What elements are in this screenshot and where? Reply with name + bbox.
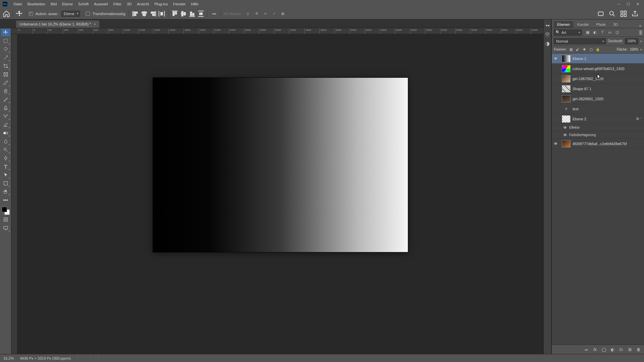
- fx-item-row[interactable]: 👁Farbüberlagerung: [552, 131, 644, 139]
- filter-smart-icon[interactable]: ◫: [615, 30, 620, 35]
- visibility-toggle[interactable]: 👁: [552, 56, 560, 61]
- window-minimize[interactable]: ─: [616, 2, 621, 6]
- lock-all-icon[interactable]: 🔒: [595, 48, 600, 51]
- distribute-h-icon[interactable]: [158, 10, 165, 17]
- lock-artboard-icon[interactable]: ▢: [589, 48, 593, 51]
- tab-ebenen[interactable]: Ebenen: [554, 21, 573, 28]
- align-hcenter-icon[interactable]: [141, 10, 148, 17]
- menu-hilfe[interactable]: Hilfe: [188, 0, 201, 8]
- layer-row[interactable]: colour-wheel-g69f76d013_1920: [552, 64, 644, 74]
- align-right-icon[interactable]: [149, 10, 157, 17]
- dodge-tool[interactable]: [1, 146, 10, 154]
- visibility-toggle[interactable]: 👁: [552, 141, 560, 146]
- eyedropper-tool[interactable]: [1, 79, 10, 86]
- cloud-docs-icon[interactable]: [597, 10, 604, 17]
- menu-filter[interactable]: Filter: [111, 0, 124, 8]
- layer-name[interactable]: girl-3626901_1920: [573, 97, 642, 101]
- filter-toggle[interactable]: [639, 30, 642, 35]
- layer-name[interactable]: Ebene 1: [573, 57, 642, 61]
- filter-shape-icon[interactable]: ▭: [607, 30, 612, 35]
- fx-heading-row[interactable]: 👁Effekte: [552, 124, 644, 131]
- eraser-tool[interactable]: [1, 121, 10, 128]
- status-next-icon[interactable]: 〉: [98, 356, 101, 361]
- new-group-icon[interactable]: 🗀: [619, 347, 624, 352]
- lock-pixels-icon[interactable]: 🖌: [575, 48, 580, 51]
- layer-row[interactable]: girl-3626901_1920: [552, 94, 644, 104]
- distribute-v-icon[interactable]: [197, 10, 205, 17]
- layer-name[interactable]: text: [573, 107, 642, 111]
- layer-thumbnail[interactable]: [562, 85, 571, 93]
- layer-name[interactable]: colour-wheel-g69f76d013_1920: [573, 67, 642, 71]
- stamp-tool[interactable]: [1, 104, 10, 112]
- layer-thumbnail[interactable]: [562, 140, 571, 147]
- layer-thumbnail[interactable]: [562, 75, 571, 82]
- layers-panel-icon[interactable]: [544, 32, 550, 38]
- share-icon[interactable]: [631, 10, 639, 17]
- layer-name[interactable]: Ebene 2: [573, 117, 635, 121]
- path-select-tool[interactable]: [1, 171, 10, 179]
- transform-controls-checkbox[interactable]: [86, 12, 90, 16]
- status-prev-icon[interactable]: 〈: [88, 356, 92, 361]
- blur-tool[interactable]: [1, 138, 10, 145]
- history-brush-tool[interactable]: [1, 113, 10, 120]
- delete-layer-icon[interactable]: 🗑: [636, 347, 641, 352]
- layer-name[interactable]: Shape 87 1: [573, 87, 642, 91]
- workspace-icon[interactable]: [620, 10, 627, 17]
- align-bottom-icon[interactable]: [189, 10, 196, 17]
- filter-pixel-icon[interactable]: ▦: [585, 30, 590, 35]
- menu-schrift[interactable]: Schrift: [75, 0, 91, 8]
- layer-row[interactable]: Shape 87 1: [552, 84, 644, 94]
- layer-name[interactable]: girl-1867092_1920: [573, 77, 642, 81]
- blend-mode-dropdown[interactable]: Normal: [554, 38, 606, 44]
- type-tool[interactable]: [1, 163, 10, 170]
- layer-mask-icon[interactable]: ◯: [601, 347, 606, 352]
- auto-select-mode-dropdown[interactable]: Ebene: [61, 11, 80, 17]
- link-layers-icon[interactable]: ⫘: [584, 347, 589, 352]
- heal-tool[interactable]: [1, 87, 10, 95]
- wand-tool[interactable]: [1, 54, 10, 61]
- close-tab-icon[interactable]: ×: [94, 22, 96, 26]
- crop-tool[interactable]: [1, 62, 10, 70]
- layer-row[interactable]: girl-1867092_1920: [552, 74, 644, 84]
- lock-transparency-icon[interactable]: ▨: [569, 48, 573, 51]
- menu-3d[interactable]: 3D: [124, 0, 134, 8]
- hand-tool[interactable]: [1, 188, 10, 195]
- brush-tool[interactable]: [1, 96, 10, 103]
- shape-tool[interactable]: [1, 180, 10, 187]
- menu-fenster[interactable]: Fenster: [170, 0, 188, 8]
- layer-thumbnail[interactable]: [562, 65, 571, 72]
- panel-menu-icon[interactable]: ≡: [637, 24, 644, 28]
- auto-select-checkbox[interactable]: [29, 12, 33, 16]
- layer-row[interactable]: 👁4559f777db5af...c2efe8428e675f: [552, 139, 644, 149]
- layer-row[interactable]: 👁Ebene 1: [552, 54, 644, 64]
- layer-row[interactable]: Ebene 2fx˅: [552, 114, 644, 124]
- window-close[interactable]: ✕: [635, 2, 640, 6]
- marquee-tool[interactable]: [1, 37, 10, 45]
- menu-plugins[interactable]: Plug-ins: [152, 0, 170, 8]
- pen-tool[interactable]: [1, 155, 10, 162]
- edit-toolbar[interactable]: •••: [1, 196, 10, 204]
- frame-tool[interactable]: [1, 71, 10, 78]
- layer-thumbnail[interactable]: [562, 55, 571, 62]
- align-vcenter-icon[interactable]: [180, 10, 187, 17]
- menu-ansicht[interactable]: Ansicht: [134, 0, 152, 8]
- tab-kanaele[interactable]: Kanäle: [574, 21, 592, 28]
- document-canvas[interactable]: [153, 78, 408, 252]
- tab-pfade[interactable]: Pfade: [593, 21, 609, 28]
- menu-auswahl[interactable]: Auswahl: [91, 0, 111, 8]
- ruler-horizontal[interactable]: 0000200400600800100012001400160018002000…: [17, 28, 543, 34]
- gradient-tool[interactable]: [1, 129, 10, 137]
- menu-datei[interactable]: Datei: [11, 0, 25, 8]
- canvas-viewport[interactable]: [17, 34, 543, 354]
- filter-type-icon[interactable]: T: [600, 30, 605, 35]
- layer-fx-badge[interactable]: fx: [635, 117, 640, 121]
- layer-thumbnail[interactable]: [562, 115, 571, 123]
- tab-3d[interactable]: 3D: [610, 21, 621, 28]
- move-tool[interactable]: [1, 29, 10, 36]
- adjustment-layer-icon[interactable]: ◐: [610, 347, 615, 352]
- window-maximize[interactable]: ☐: [626, 2, 631, 6]
- chevron-down-icon[interactable]: ▾: [640, 48, 642, 51]
- fx-expand-icon[interactable]: ˅: [640, 117, 642, 121]
- align-left-icon[interactable]: [132, 10, 139, 17]
- menu-ebene[interactable]: Ebene: [59, 0, 75, 8]
